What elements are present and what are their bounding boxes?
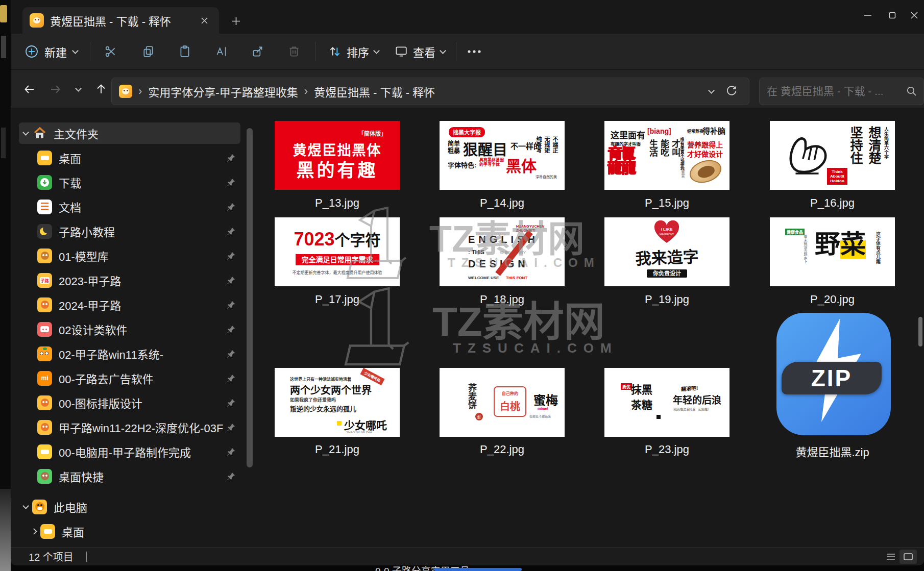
file-name[interactable]: P_23.jpg	[604, 443, 730, 456]
explorer-tab[interactable]: 黄煜臣拙黑 - 下载 - 释怀	[22, 7, 219, 34]
sidebar-item-home[interactable]: 主文件夹	[19, 122, 240, 144]
sidebar-item-this-pc[interactable]: 此电脑	[19, 496, 240, 517]
pin-icon	[227, 472, 235, 481]
file-name[interactable]: P_13.jpg	[275, 196, 400, 210]
pin-icon	[227, 374, 235, 383]
file-name[interactable]: P_20.jpg	[770, 293, 895, 306]
recent-locations-button[interactable]	[68, 78, 88, 101]
sidebar-item-win11-optimized[interactable]: 甲子路win11-22H2-深度优化-03F	[19, 416, 240, 438]
fist-drawing	[785, 126, 829, 177]
sidebar-item-icon-design[interactable]: 00-图标排版设计	[19, 392, 240, 413]
back-button[interactable]	[18, 78, 41, 101]
thumb-text: 纯手写	[534, 136, 543, 153]
paste-button[interactable]	[174, 40, 196, 63]
file-thumbnail-p17[interactable]: 7023个字符 完全满足日常用字需求 不定期更新完善字体，最大程度提升用户使用体…	[275, 217, 400, 286]
file-name[interactable]: P_19.jpg	[604, 293, 730, 306]
pin-icon	[227, 154, 235, 162]
thumb-text: 简单粗暴	[448, 140, 460, 155]
new-tab-button[interactable]	[227, 12, 245, 30]
sidebar-item-2024[interactable]: 2024-甲子路	[19, 294, 240, 315]
sidebar-item-tutorials[interactable]: 子路小教程	[19, 220, 240, 242]
file-thumbnail-p22[interactable]: 荞麦饼 鲜 自己种的 白桃 蜜梅 mimei 低糖低卡甜品店	[440, 368, 565, 437]
sort-button[interactable]: 排序	[323, 40, 384, 63]
orange-fruit-folder-icon	[37, 346, 52, 361]
thumb-text: 经常熬夜	[687, 128, 703, 134]
file-thumbnail-p13[interactable]: 「简体版」 黄煜臣拙黑体 黑的有趣	[275, 121, 400, 190]
delete-button[interactable]	[283, 40, 305, 63]
file-name[interactable]: P_15.jpg	[604, 196, 730, 210]
sidebar-scrollbar[interactable]	[247, 128, 253, 467]
file-thumbnail-p23[interactable]: 质优 抹黑 茶糖 翻滚吧! 年轻的后浪 〔和我在这浪打浪一起摇摆〕	[604, 368, 730, 437]
file-name[interactable]: P_22.jpg	[440, 443, 565, 456]
address-dropdown-button[interactable]	[701, 81, 721, 102]
sidebar-item-this-pc-desktop[interactable]: 桌面	[19, 520, 240, 541]
sidebar-item-documents[interactable]: 文档	[19, 196, 240, 217]
sidebar-item-design-software[interactable]: 02设计类软件	[19, 318, 240, 340]
forward-button[interactable]	[43, 78, 67, 101]
breadcrumb-parent[interactable]: 实用字体分享-甲子路整理收集	[148, 83, 298, 100]
deer-folder-icon	[37, 469, 52, 484]
file-thumbnail-p18[interactable]: HUANGYUCHENZHUOHEITI ENGLISH : THIS IS S…	[440, 217, 565, 286]
file-icon-zip[interactable]: ZIP	[771, 310, 896, 438]
search-input[interactable]	[766, 85, 906, 98]
file-name[interactable]: P_14.jpg	[440, 196, 565, 210]
up-button[interactable]	[89, 78, 113, 101]
sidebar-item-desktop-shortcuts[interactable]: 桌面快捷	[19, 465, 240, 487]
file-thumbnail-p21[interactable]: 这世界上只有一种活法诚实地活着 两个少女两个世界 如果我疯了你还爱我吗 叛逆的少…	[275, 368, 400, 437]
tab-close-icon[interactable]	[197, 13, 212, 28]
breadcrumb-current[interactable]: 黄煜臣拙黑 - 下载 - 释怀	[314, 83, 435, 100]
sidebar-item-adblock[interactable]: mi 00-子路去广告软件	[19, 367, 240, 389]
pistachio-image	[687, 156, 724, 187]
zip-band: ZIP	[782, 362, 882, 394]
file-name[interactable]: P_18.jpg	[440, 293, 565, 306]
refresh-button[interactable]	[721, 81, 742, 102]
copy-button[interactable]	[137, 40, 160, 63]
cut-button[interactable]	[100, 40, 122, 63]
share-button[interactable]	[247, 40, 269, 63]
navigation-pane: 主文件夹 桌面 下载	[11, 108, 256, 541]
thumb-text: 〔和我在这浪打浪一起摇摆〕	[671, 407, 711, 411]
desktop-folder-icon	[37, 444, 52, 459]
yellow-mark	[337, 421, 342, 426]
file-thumbnail-p15[interactable]: 这里面有 有趣的字才叫香 龘 [biang] 生活 能吃 才叫 唯有美食不可辜负…	[604, 121, 730, 190]
file-thumbnail-p16[interactable]: 人生简单六个字 坚持住 想清楚 ThinkAboutitHoldon	[770, 121, 895, 190]
sidebar-item-desktop[interactable]: 桌面	[19, 147, 240, 168]
new-button[interactable]: 新建	[18, 40, 85, 63]
view-button[interactable]: 查看	[390, 40, 450, 63]
file-name[interactable]: 黄煜臣拙黑.zip	[770, 443, 895, 459]
thumbnail-view-toggle[interactable]	[899, 550, 917, 564]
sidebar-item-pc-complete[interactable]: 00-电脑用-甲子路制作完成	[19, 441, 240, 462]
mi-folder-icon: mi	[37, 371, 52, 386]
close-button[interactable]	[904, 5, 924, 26]
minimize-button[interactable]	[856, 5, 880, 26]
thumb-text: 狠醒目	[463, 138, 507, 159]
thumb-text: 具有黑体基因的手写字体	[479, 158, 504, 167]
rename-button[interactable]	[210, 40, 233, 63]
details-view-toggle[interactable]	[882, 550, 899, 564]
titlebar[interactable]: 黄煜臣拙黑 - 下载 - 释怀	[11, 0, 924, 34]
breadcrumb-separator: ›	[132, 85, 148, 98]
sidebar-item-2023[interactable]: 子路 2023-甲子路	[19, 269, 240, 291]
sidebar-item-models[interactable]: 01-模型库	[19, 245, 240, 266]
file-name[interactable]: P_16.jpg	[770, 196, 895, 210]
character-folder-icon	[37, 395, 52, 410]
more-options-button[interactable]	[462, 40, 487, 63]
file-thumbnail-p14[interactable]: 拙黑大字报 简单粗暴 狠醒目 不一样的 纯手写 无规矩 不端正 字体特色: 具有…	[440, 121, 565, 190]
sidebar-item-win11-system[interactable]: 02-甲子路win11系统-	[19, 343, 240, 364]
chevron-down-icon	[440, 47, 446, 54]
search-icon	[906, 86, 917, 97]
search-box[interactable]	[759, 78, 924, 105]
maximize-button[interactable]	[881, 5, 904, 26]
file-name[interactable]: P_21.jpg	[275, 443, 400, 456]
content-scrollbar[interactable]	[918, 317, 922, 346]
file-name[interactable]: P_17.jpg	[275, 293, 400, 306]
thumb-text: 年轻的后浪	[673, 392, 721, 406]
file-thumbnail-p20[interactable]: 健康食品 周末就该去趟乡下 野菜 这字体有点儿趣	[770, 217, 895, 286]
file-thumbnail-p19[interactable]: I LIKE MAKEFONT 我来造字 你负责设计	[604, 217, 730, 286]
thumb-text: SHAO NV NE ZHA	[346, 431, 372, 434]
thumb-text: 白桃	[495, 399, 525, 413]
sort-button-label: 排序	[347, 43, 369, 60]
sidebar-item-downloads[interactable]: 下载	[19, 171, 240, 193]
heart-logo: I LIKE MAKEFONT	[653, 220, 680, 244]
address-bar[interactable]: › 实用字体分享-甲子路整理收集 › 黄煜臣拙黑 - 下载 - 释怀	[111, 78, 749, 105]
